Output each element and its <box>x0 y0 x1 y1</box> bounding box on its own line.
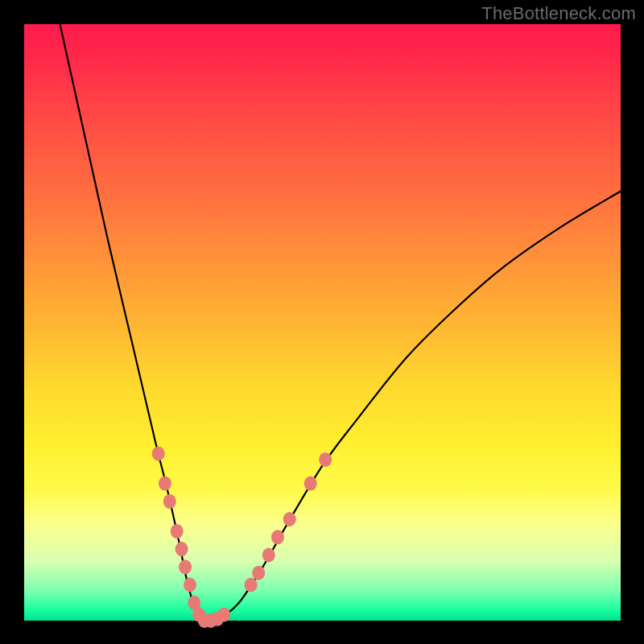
highlight-marker <box>175 542 188 556</box>
highlight-marker <box>245 578 258 592</box>
highlight-marker <box>217 608 230 622</box>
highlight-markers <box>152 447 332 629</box>
highlight-marker <box>262 548 275 563</box>
highlight-marker <box>171 524 184 539</box>
highlight-marker <box>304 477 317 491</box>
highlight-marker <box>152 447 165 461</box>
highlight-marker <box>319 452 332 467</box>
highlight-marker <box>163 494 176 509</box>
bottleneck-curve <box>60 24 621 621</box>
highlight-marker <box>159 477 171 491</box>
plot-area <box>24 24 621 621</box>
chart-frame: TheBottleneck.com <box>0 0 644 644</box>
highlight-marker <box>271 530 284 544</box>
highlight-marker <box>283 512 296 526</box>
highlight-marker <box>184 578 196 592</box>
curve-svg <box>24 24 621 621</box>
highlight-marker <box>252 566 265 580</box>
highlight-marker <box>179 559 192 574</box>
watermark-text: TheBottleneck.com <box>481 3 636 24</box>
